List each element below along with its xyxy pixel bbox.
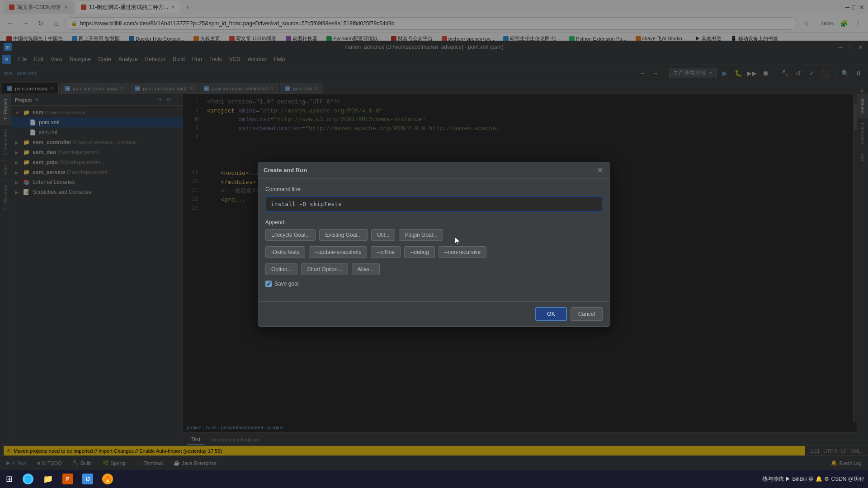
modal-title: Create and Run	[264, 167, 307, 174]
modal-body: Command line: Append: Lifecycle Goal... …	[258, 179, 610, 301]
modal-update-snapshots-button[interactable]: --update-snapshots	[309, 246, 367, 258]
modal-buttons-row3: Option... Short Option... Alias...	[265, 263, 603, 275]
modal-option-button[interactable]: Option...	[265, 263, 297, 275]
modal-offline-button[interactable]: --offline	[371, 246, 401, 258]
taskbar-explorer-icon[interactable]: 📁	[39, 470, 57, 488]
modal-plugin-goal-button[interactable]: Plugin Goal...	[399, 229, 443, 241]
modal-append-label: Append:	[265, 219, 603, 225]
tray-text: 熟与传统 ▶ BiliBili	[762, 475, 807, 483]
modal-footer: OK Cancel	[258, 301, 610, 326]
modal-util-button[interactable]: Util...	[371, 229, 395, 241]
tray-chinese-text: CSDN @历程	[831, 475, 864, 483]
modal-buttons-row1: Lifecycle Goal... Existing Goal... Util.…	[265, 229, 603, 241]
modal-save-goal-checkbox[interactable]	[265, 281, 272, 287]
taskbar-browser-icon[interactable]: 🌐	[19, 470, 37, 488]
modal-command-line-label: Command line:	[265, 186, 603, 192]
modal-debug-button[interactable]: --debug	[404, 246, 434, 258]
taskbar: ⊞ 🌐 📁 P IJ 🔥 熟与传统 ▶ BiliBili 英 🔔 ⚙ CSDN …	[0, 470, 868, 488]
taskbar-start-button[interactable]: ⊞	[0, 470, 18, 488]
modal-titlebar: Create and Run ✕	[258, 162, 610, 179]
taskbar-tray: 熟与传统 ▶ BiliBili 英 🔔 ⚙ CSDN @历程	[762, 475, 868, 483]
modal-save-goal-label: Save goal	[274, 281, 298, 287]
modal-existing-button[interactable]: Existing Goal...	[319, 229, 368, 241]
tray-notification-icon: 🔔	[816, 476, 822, 482]
modal-short-option-button[interactable]: Short Option...	[301, 263, 348, 275]
tray-settings-icon: ⚙	[824, 476, 829, 482]
modal-buttons-row2: -DskipTests --update-snapshots --offline…	[265, 246, 603, 258]
modal-cancel-button[interactable]: Cancel	[571, 307, 603, 321]
create-and-run-dialog: Create and Run ✕ Command line: Append: L…	[258, 162, 610, 327]
modal-lifecycle-button[interactable]: Lifecycle Goal...	[265, 229, 316, 241]
modal-alias-button[interactable]: Alias...	[352, 263, 380, 275]
modal-non-recursive-button[interactable]: --non-recursive	[439, 246, 487, 258]
modal-ok-button[interactable]: OK	[535, 307, 566, 321]
modal-skip-tests-button[interactable]: -DskipTests	[265, 246, 305, 258]
modal-command-input[interactable]	[265, 196, 603, 212]
modal-overlay: Create and Run ✕ Command line: Append: L…	[0, 0, 868, 488]
modal-close-button[interactable]: ✕	[595, 166, 604, 175]
taskbar-powerpoint-icon[interactable]: P	[59, 470, 77, 488]
taskbar-intellij-icon[interactable]: IJ	[79, 470, 97, 488]
taskbar-app5-icon[interactable]: 🔥	[99, 470, 117, 488]
modal-save-goal-row: Save goal	[265, 281, 603, 287]
tray-lang: 英	[808, 475, 814, 483]
